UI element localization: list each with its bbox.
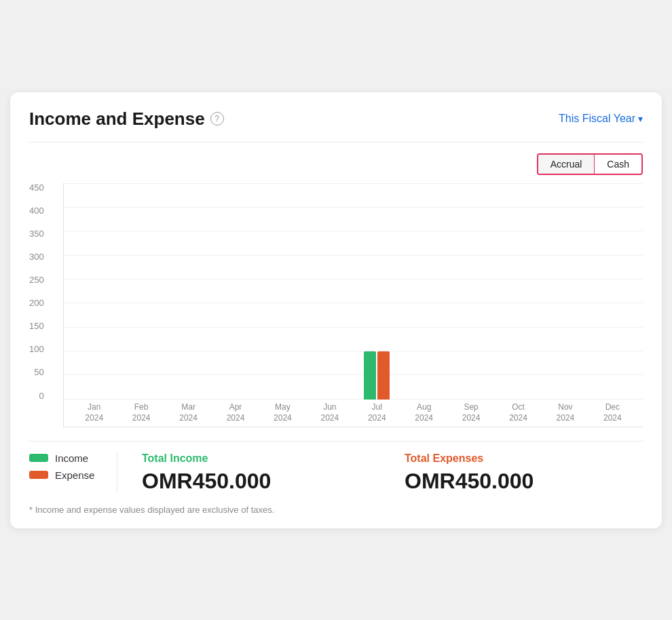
- bar-expense: [377, 351, 390, 400]
- x-axis-label: Jan2024: [71, 400, 117, 427]
- income-expense-card: Income and Expense ? This Fiscal Year ▾ …: [10, 92, 662, 528]
- x-axis-label: Nov2024: [542, 400, 589, 427]
- x-axis-label: Oct2024: [495, 400, 542, 427]
- y-axis-label: 0: [39, 391, 43, 400]
- y-axis: 050100150200250300350400450: [29, 183, 50, 400]
- chart-inner: Jan2024Feb2024Mar2024Apr2024May2024Jun20…: [63, 183, 643, 427]
- help-icon[interactable]: ?: [210, 112, 224, 125]
- income-swatch: [29, 454, 48, 462]
- y-axis-label: 400: [29, 206, 44, 215]
- y-axis-label: 200: [29, 298, 44, 307]
- bar-income: [364, 351, 376, 400]
- x-axis-label: May2024: [259, 400, 306, 427]
- chart-area: 050100150200250300350400450 Jan2024Feb20…: [63, 183, 643, 427]
- bottom-divider: [29, 441, 643, 442]
- y-axis-label: 50: [34, 368, 43, 376]
- bar-group: [117, 183, 164, 400]
- accrual-cash-toggle: Accrual Cash: [537, 153, 643, 175]
- bar-group: [589, 183, 636, 400]
- total-income-block: Total Income OMR450.000: [117, 452, 380, 494]
- header-divider: [29, 142, 643, 142]
- bars-container: [64, 183, 643, 400]
- chart-controls: Accrual Cash: [29, 153, 643, 175]
- bar-group: [212, 183, 259, 400]
- bar-group: [165, 183, 212, 400]
- x-axis-label: Apr2024: [212, 400, 259, 427]
- y-axis-label: 350: [29, 229, 44, 238]
- footnote: * Income and expense values displayed ar…: [29, 505, 643, 515]
- summary-section: Income Expense Total Income OMR450.000 T…: [29, 452, 643, 494]
- y-axis-label: 100: [29, 345, 44, 353]
- total-expense-block: Total Expenses OMR450.000: [380, 452, 643, 494]
- bar-group: [354, 183, 400, 400]
- legend-income: Income: [29, 452, 95, 464]
- period-selector[interactable]: This Fiscal Year ▾: [559, 113, 643, 125]
- title-group: Income and Expense ?: [29, 109, 224, 130]
- x-axis-label: Dec2024: [589, 400, 636, 427]
- x-axis-label: Jun2024: [306, 400, 353, 427]
- legend: Income Expense: [29, 452, 117, 494]
- bar-group: [400, 183, 447, 400]
- bar-group: [447, 183, 494, 400]
- cash-button[interactable]: Cash: [595, 155, 641, 174]
- chevron-down-icon: ▾: [638, 113, 643, 124]
- total-income-value: OMR450.000: [142, 469, 380, 494]
- y-axis-label: 300: [29, 252, 44, 261]
- total-expense-label: Total Expenses: [405, 452, 643, 465]
- total-income-label: Total Income: [142, 452, 380, 465]
- bar-pair: [364, 183, 390, 400]
- x-axis-label: Aug2024: [400, 400, 447, 427]
- bar-group: [306, 183, 353, 400]
- bar-group: [495, 183, 542, 400]
- expense-label: Expense: [55, 469, 94, 481]
- income-label: Income: [55, 452, 88, 464]
- accrual-button[interactable]: Accrual: [538, 155, 595, 174]
- card-header: Income and Expense ? This Fiscal Year ▾: [29, 109, 643, 130]
- expense-swatch: [29, 471, 48, 479]
- legend-expense: Expense: [29, 469, 95, 481]
- totals: Total Income OMR450.000 Total Expenses O…: [117, 452, 643, 494]
- y-axis-label: 450: [29, 183, 44, 192]
- card-title: Income and Expense: [29, 109, 205, 130]
- bar-group: [71, 183, 117, 400]
- x-axis-label: Jul2024: [354, 400, 400, 427]
- x-labels: Jan2024Feb2024Mar2024Apr2024May2024Jun20…: [64, 400, 643, 427]
- period-label: This Fiscal Year: [559, 113, 635, 125]
- x-axis-label: Feb2024: [117, 400, 164, 427]
- y-axis-label: 250: [29, 275, 44, 284]
- y-axis-label: 150: [29, 322, 44, 330]
- x-axis-label: Sep2024: [447, 400, 494, 427]
- bar-group: [542, 183, 589, 400]
- bar-group: [259, 183, 306, 400]
- x-axis-label: Mar2024: [165, 400, 212, 427]
- total-expense-value: OMR450.000: [405, 469, 643, 494]
